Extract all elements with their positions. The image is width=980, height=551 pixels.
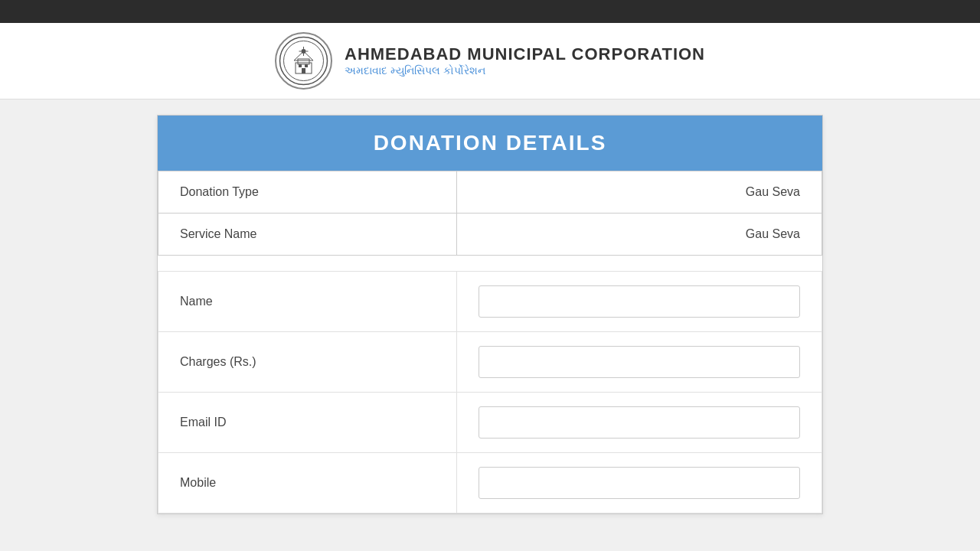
section-title: DONATION DETAILS xyxy=(374,131,607,155)
content-wrapper: DONATION DETAILS Donation Type Gau Seva … xyxy=(157,115,823,514)
svg-rect-3 xyxy=(298,59,309,64)
service-name-value: Gau Seva xyxy=(457,214,822,256)
service-name-label: Service Name xyxy=(158,214,457,256)
mobile-input-cell xyxy=(457,453,822,514)
charges-row: Charges (Rs.) xyxy=(158,332,822,393)
section-header: DONATION DETAILS xyxy=(158,116,822,171)
donation-type-value: Gau Seva xyxy=(457,171,822,214)
donation-form-table: Name Charges (Rs.) Email ID Mobile xyxy=(158,271,822,514)
table-row: Service Name Gau Seva xyxy=(158,214,822,256)
donation-info-table: Donation Type Gau Seva Service Name Gau … xyxy=(158,171,822,256)
svg-rect-5 xyxy=(299,64,302,67)
mobile-input[interactable] xyxy=(479,467,800,499)
name-row: Name xyxy=(158,272,822,332)
name-input[interactable] xyxy=(479,285,800,318)
email-input[interactable] xyxy=(479,406,800,439)
main-content: DONATION DETAILS Donation Type Gau Seva … xyxy=(0,99,980,530)
email-input-cell xyxy=(457,393,822,453)
table-row: Donation Type Gau Seva xyxy=(158,171,822,214)
logo-icon xyxy=(279,36,328,86)
name-input-cell xyxy=(457,272,822,332)
page-header: AHMEDABAD MUNICIPAL CORPORATION અમદાવાદ … xyxy=(0,23,980,99)
charges-input-cell xyxy=(457,332,822,393)
logo-container xyxy=(275,32,332,90)
mobile-row: Mobile xyxy=(158,453,822,514)
svg-point-8 xyxy=(302,49,306,54)
donation-type-label: Donation Type xyxy=(158,171,457,214)
name-label: Name xyxy=(158,272,457,332)
org-name-english: AHMEDABAD MUNICIPAL CORPORATION xyxy=(345,44,705,64)
browser-bar xyxy=(0,0,980,23)
organization-name: AHMEDABAD MUNICIPAL CORPORATION અમદાવાદ … xyxy=(345,44,705,77)
org-name-gujarati: અમદાવાદ મ્યુનિસિપલ કોર્પોરેશન xyxy=(345,64,705,77)
svg-rect-6 xyxy=(305,64,308,67)
mobile-label: Mobile xyxy=(158,453,457,514)
email-row: Email ID xyxy=(158,393,822,453)
email-label: Email ID xyxy=(158,393,457,453)
svg-rect-7 xyxy=(302,68,305,73)
charges-input[interactable] xyxy=(479,346,800,378)
charges-label: Charges (Rs.) xyxy=(158,332,457,393)
